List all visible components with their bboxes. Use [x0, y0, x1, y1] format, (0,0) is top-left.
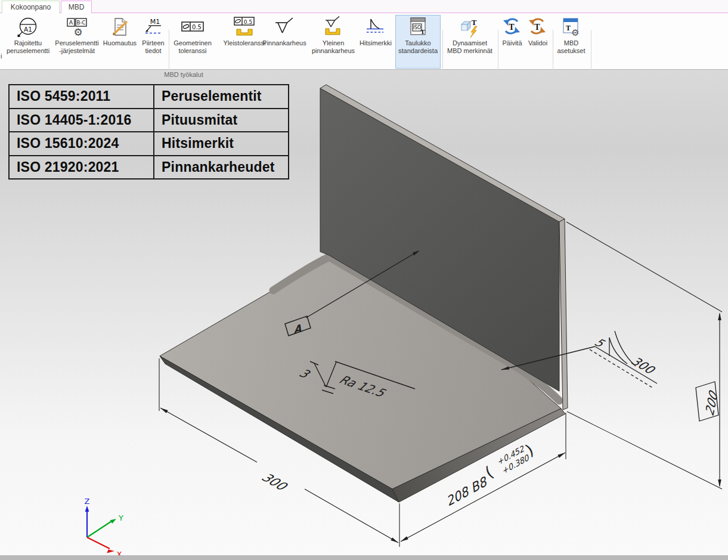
ribbon-button-geometrinen-toleranssi[interactable]: 0.5 Geometrinen toleranssi: [171, 15, 215, 69]
table-cell-std[interactable]: ISO 14405-1:2016: [10, 109, 154, 133]
ribbon-button-label: Yleinen pinnankarheus: [311, 39, 356, 55]
document-tab-bar: Kokoonpano MBD: [0, 0, 728, 13]
ribbon-button-dynaamiset-mbd-merkinnat[interactable]: T Dynaamiset MBD merkinnät: [444, 15, 496, 69]
dimension-300-value: 300: [258, 472, 293, 493]
icon-text-a: A: [69, 19, 73, 26]
viewport-3d[interactable]: A 3 Ra 12.5 5 300: [0, 70, 728, 555]
ribbon-separator: [442, 30, 443, 70]
tab-kokoonpano[interactable]: Kokoonpano: [2, 1, 60, 13]
orientation-triad: Z Y X: [85, 497, 123, 555]
ribbon-button-label: Geometrinen toleranssi: [171, 39, 214, 55]
ribbon-separator: [591, 30, 591, 70]
dimension-200[interactable]: 200: [566, 222, 722, 489]
weld-symbol-icon: [357, 16, 394, 39]
ribbon-button-peruselementtijarjestelmat[interactable]: A B-C ⚙ Peruselementti -järjestelmät: [53, 15, 101, 69]
lightning-icon: [470, 26, 477, 38]
datum-target-icon: A1: [5, 16, 51, 39]
refresh-icon: T: [500, 16, 524, 39]
weld-size: 5: [591, 337, 609, 349]
mbd-ribbon: i A1 Rajoitettu peruselementti A B-C ⚙ P…: [0, 13, 728, 70]
ribbon-button-yleinen-pinnankarheus[interactable]: Yleinen pinnankarheus: [310, 15, 357, 69]
triad-z-label: Z: [85, 497, 90, 506]
geometric-tolerance-icon: 0.5: [171, 16, 214, 39]
ribbon-button-label: Dynaamiset MBD merkinnät: [444, 39, 495, 55]
note-icon: [101, 16, 138, 39]
ribbon-button-piirteen-tiedot[interactable]: M1 Piirteen tiedot: [139, 15, 168, 69]
ribbon-button-label: MBD asetukset: [554, 39, 588, 55]
model-plate-right-edge[interactable]: [559, 219, 568, 410]
ribbon-button-huomautus[interactable]: Huomautus: [101, 15, 139, 69]
feature-dimension-icon: M1: [140, 16, 167, 39]
weld-length: 300: [628, 356, 659, 376]
dimension-208-value: 208 B8: [447, 473, 488, 509]
table-cell-desc[interactable]: Pituusmitat: [154, 109, 289, 133]
validate-icon: T: [525, 16, 550, 39]
triad-x-label: X: [117, 550, 122, 555]
surface-finish-icon: [259, 16, 309, 39]
gear-icon: ⚙: [73, 26, 82, 38]
table-cell-desc[interactable]: Pinnankarheudet: [154, 156, 289, 180]
datum-systems-icon: A B-C ⚙: [54, 16, 100, 39]
ribbon-button-taulukko-standardeista[interactable]: ISO T Taulukko standardeista: [395, 15, 441, 69]
iso-standards-table[interactable]: ISO 5459:2011 Peruselementit ISO 14405-1…: [8, 84, 289, 180]
ribbon-button-validoi[interactable]: T Validoi: [525, 15, 551, 69]
ribbon-button-label: Päivitä: [500, 39, 524, 47]
gear-icon: ⚙: [571, 27, 579, 38]
icon-text-t: T: [509, 23, 515, 32]
table-cell-std[interactable]: ISO 15610:2024: [10, 132, 154, 156]
dynamic-annotations-icon: T: [444, 16, 495, 39]
table-cell-std[interactable]: ISO 21920:2021: [10, 156, 154, 180]
mbd-settings-icon: T ⚙: [554, 16, 588, 39]
ribbon-button-pinnankarheus[interactable]: Pinnankarheus: [259, 15, 310, 69]
ribbon-button-clipped[interactable]: i: [1, 52, 2, 60]
table-cell-desc[interactable]: Peruselementit: [154, 85, 289, 109]
icon-text-a1: A1: [24, 26, 32, 33]
ribbon-separator: [553, 30, 553, 70]
ribbon-button-mbd-asetukset[interactable]: T ⚙ MBD asetukset: [554, 15, 588, 69]
tab-mbd[interactable]: MBD: [61, 1, 92, 14]
ribbon-button-label: Rajoitettu peruselementti: [5, 39, 51, 55]
ribbon-button-label: Validoi: [525, 39, 550, 47]
ribbon-button-label: Piirteen tiedot: [140, 39, 167, 55]
icon-text-m1: M1: [150, 18, 160, 26]
icon-text-t: T: [534, 23, 540, 32]
ribbon-separator: [169, 30, 169, 70]
ribbon-button-label: Hitsimerkki: [357, 39, 394, 47]
general-surface-finish-icon: [311, 16, 356, 39]
ribbon-button-label: Taulukko standardeista: [396, 39, 440, 55]
icon-text-tol: 0.5: [192, 24, 202, 30]
tab-mbd-label: MBD: [69, 3, 85, 11]
icon-text-t: T: [566, 24, 571, 32]
status-bar-edge: [0, 555, 728, 560]
ribbon-separator: [498, 30, 498, 70]
table-cell-std[interactable]: ISO 5459:2011: [10, 85, 154, 109]
ribbon-button-rajoitettu-peruselementti[interactable]: A1 Rajoitettu peruselementti: [4, 15, 52, 69]
icon-text-tol: 0.5: [244, 19, 252, 25]
icon-text-t: T: [420, 28, 425, 35]
tab-kokoonpano-label: Kokoonpano: [11, 3, 51, 11]
ribbon-button-label: Peruselementti -järjestelmät: [54, 39, 100, 55]
ribbon-button-label: Huomautus: [101, 39, 138, 47]
ribbon-group-label: MBD työkalut: [142, 71, 225, 78]
icon-text-bc: B-C: [77, 20, 86, 26]
triad-y-label: Y: [118, 513, 123, 522]
standards-table-icon: ISO T: [396, 16, 440, 39]
ribbon-button-hitsimerkki[interactable]: Hitsimerkki: [357, 15, 395, 69]
ribbon-button-paivita[interactable]: T Päivitä: [500, 15, 525, 69]
ribbon-button-label: Pinnankarheus: [259, 39, 309, 47]
dimension-200-value: 200: [704, 386, 720, 419]
table-cell-desc[interactable]: Hitsimerkit: [154, 132, 289, 156]
icon-text-iso: ISO: [413, 25, 422, 30]
icon-text-t: T: [472, 18, 477, 27]
